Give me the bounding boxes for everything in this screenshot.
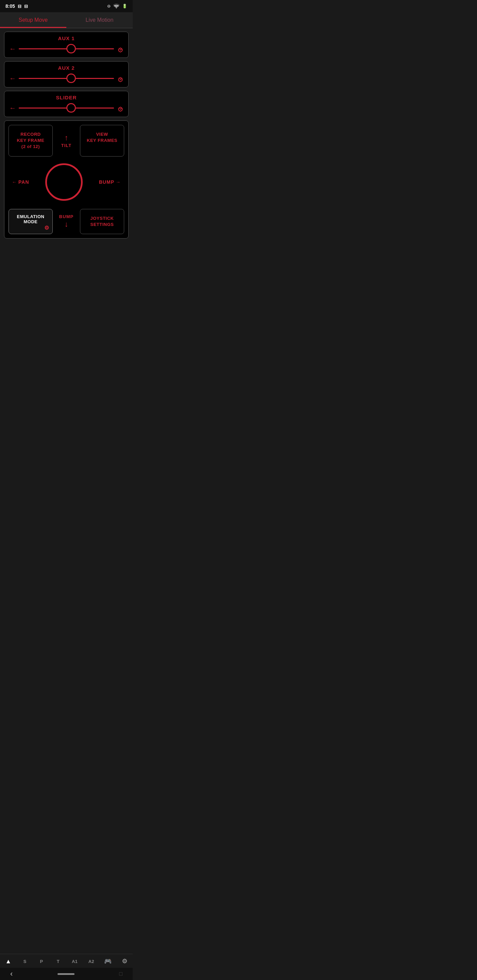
record-label-line1: RECORD [21,132,40,137]
emulation-label-line2: MODE [24,219,38,224]
control-panel: RECORD KEY FRAME (2 of 12) ↑ TILT VIEW K… [4,121,129,239]
slider-panel: SLIDER ← → ⚙ [4,91,129,117]
bump-label-text: BUMP [99,179,114,185]
aux1-track [19,48,114,49]
slider-gear-icon[interactable]: ⚙ [118,105,124,113]
aux2-left-arrow[interactable]: ← [9,75,16,82]
status-left: 8:05 ⊟ ⊟ [5,3,28,9]
joystick-area: ← PAN BUMP → [8,156,124,208]
tilt-label: TILT [61,143,72,148]
slider-slider-row: ← → [9,104,124,112]
sim2-icon: ⊟ [24,4,28,9]
emulation-label-line1: EMULATION [17,214,45,219]
time-display: 8:05 [5,3,15,9]
aux2-track-container[interactable] [19,74,114,82]
slider-track [19,108,114,108]
joystick-settings-line1: JOYSTICK [90,216,114,221]
aux2-gear-icon[interactable]: ⚙ [118,76,124,84]
aux2-slider-row: ← → [9,74,124,82]
emulation-gear-icon: ⚙ [44,224,49,231]
aux1-track-container[interactable] [19,45,114,53]
aux1-slider-row: ← → [9,45,124,53]
status-right: ⊖ 🔋 [107,3,127,9]
bump-right-arrow-icon: → [116,179,121,185]
bump-down-arrow-icon: ↓ [65,220,68,229]
battery-icon: 🔋 [122,4,127,8]
joystick-circle[interactable] [45,163,83,201]
bump-down-control[interactable]: BUMP ↓ [56,209,76,234]
wifi-status-icon [113,3,119,9]
pan-label-text: PAN [18,179,29,185]
aux1-label: AUX 1 [9,35,124,41]
aux2-panel: AUX 2 ← → ⚙ [4,61,129,88]
emulation-mode-button[interactable]: EMULATION MODE ⚙ [8,209,53,234]
slider-label: SLIDER [9,95,124,100]
record-label-line3: (2 of 12) [21,144,40,149]
view-label-line1: VIEW [96,132,108,137]
aux1-left-arrow[interactable]: ← [9,45,16,53]
pan-control[interactable]: ← PAN [12,179,29,185]
view-label-line2: KEY FRAMES [87,138,118,143]
tilt-control[interactable]: ↑ TILT [56,125,76,156]
pan-left-arrow-icon: ← [12,179,17,185]
status-bar: 8:05 ⊟ ⊟ ⊖ 🔋 [0,0,133,12]
bump-down-label: BUMP [59,214,73,219]
view-keyframes-button[interactable]: VIEW KEY FRAMES [80,125,124,156]
aux1-thumb[interactable] [66,44,76,53]
aux1-panel: AUX 1 ← → ⚙ [4,32,129,58]
slider-thumb[interactable] [66,103,76,113]
tab-setup-move[interactable]: Setup Move [0,12,66,28]
minus-icon: ⊖ [107,4,111,8]
aux2-track [19,78,114,79]
aux1-gear-icon[interactable]: ⚙ [118,46,124,54]
sim1-icon: ⊟ [18,4,21,9]
slider-track-container[interactable] [19,104,114,112]
record-label-line2: KEY FRAME [17,138,45,143]
joystick-settings-line2: SETTINGS [90,222,114,227]
aux2-thumb[interactable] [66,73,76,83]
bottom-buttons-row: EMULATION MODE ⚙ BUMP ↓ JOYSTICK SETTING… [8,209,124,234]
slider-left-arrow[interactable]: ← [9,104,16,112]
top-buttons-row: RECORD KEY FRAME (2 of 12) ↑ TILT VIEW K… [8,125,124,156]
tab-live-motion[interactable]: Live Motion [66,12,133,28]
tilt-up-arrow-icon: ↑ [65,134,68,142]
bump-right-control[interactable]: BUMP → [99,179,121,185]
joystick-settings-button[interactable]: JOYSTICK SETTINGS [80,209,124,234]
aux2-label: AUX 2 [9,65,124,71]
tab-bar: Setup Move Live Motion [0,12,133,28]
record-keyframe-button[interactable]: RECORD KEY FRAME (2 of 12) [8,125,53,156]
